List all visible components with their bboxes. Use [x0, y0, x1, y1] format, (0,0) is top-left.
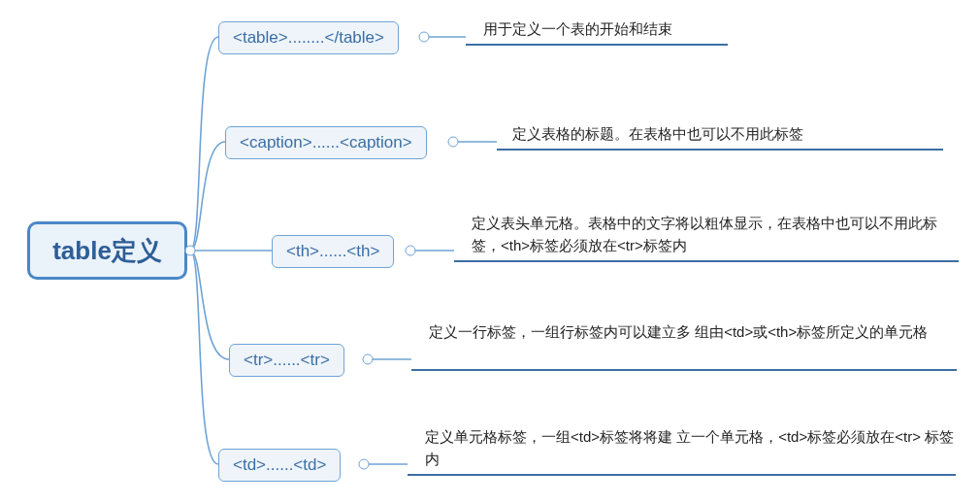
node-td-dot: [359, 459, 370, 470]
node-td-underline: [408, 474, 956, 476]
node-table-label: <table>........</table>: [233, 28, 384, 47]
node-tr[interactable]: <tr>......<tr>: [229, 344, 344, 377]
node-tr-underline: [411, 369, 957, 371]
node-table-underline: [466, 44, 728, 46]
node-tr-label: <tr>......<tr>: [244, 351, 330, 369]
node-caption-desc: 定义表格的标题。在表格中也可以不用此标签: [512, 122, 959, 145]
node-tr-dot: [363, 354, 374, 365]
node-td-desc: 定义单元格标签，一组<td>标签将将建 立一个单元格，<td>标签必须放在<tr…: [425, 425, 959, 471]
node-th-dot: [406, 246, 416, 256]
node-caption-label: <caption>......<caption>: [240, 133, 412, 151]
node-td[interactable]: <td>......<td>: [218, 449, 341, 482]
node-td-label: <td>......<td>: [233, 455, 326, 474]
node-th-label: <th>......<th>: [286, 242, 379, 260]
node-caption-underline: [497, 149, 943, 151]
node-th[interactable]: <th>......<th>: [272, 235, 394, 268]
node-caption-dot: [448, 137, 459, 148]
node-tr-desc: 定义一行标签，一组行标签内可以建立多 组由<td>或<th>标签所定义的单元格: [429, 320, 958, 343]
node-table[interactable]: <table>........</table>: [218, 21, 399, 54]
node-table-desc: 用于定义一个表的开始和结束: [483, 17, 891, 40]
node-th-underline: [454, 260, 959, 262]
root-node[interactable]: table定义: [27, 221, 187, 280]
node-caption[interactable]: <caption>......<caption>: [225, 126, 427, 159]
root-label: table定义: [52, 234, 162, 268]
root-connector-dot: [185, 246, 196, 256]
node-th-desc: 定义表头单元格。表格中的文字将以粗体显示，在表格中也可以不用此标签，<th>标签…: [472, 212, 962, 257]
node-table-dot: [419, 32, 430, 43]
